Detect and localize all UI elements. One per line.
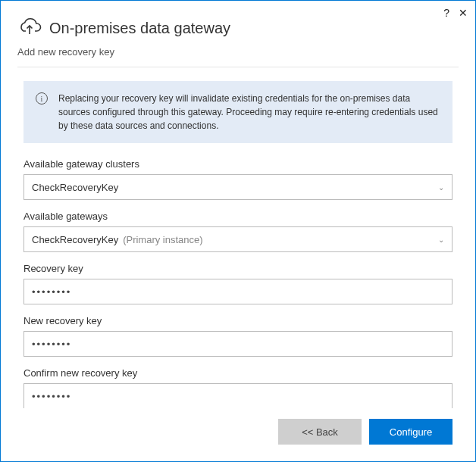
recovery-key-input[interactable]: ••••••••	[23, 279, 453, 304]
header-divider	[17, 67, 459, 67]
info-text: Replacing your recovery key will invalid…	[58, 92, 440, 133]
gateways-select[interactable]: CheckRecoveryKey (Primary instance) ⌄	[23, 226, 453, 252]
dialog-header: On-premises data gateway	[1, 1, 475, 46]
new-recovery-key-value: ••••••••	[32, 339, 71, 350]
configure-button[interactable]: Configure	[369, 419, 453, 445]
gateways-label: Available gateways	[23, 211, 453, 222]
clusters-value: CheckRecoveryKey	[32, 182, 118, 193]
cloud-gateway-icon	[17, 14, 42, 42]
window-controls: ? ✕	[443, 7, 468, 19]
recovery-key-value: ••••••••	[32, 286, 71, 298]
help-icon[interactable]: ?	[443, 7, 449, 19]
gateways-secondary: (Primary instance)	[123, 234, 202, 245]
info-callout: i Replacing your recovery key will inval…	[23, 81, 453, 143]
gateways-value: CheckRecoveryKey	[32, 234, 118, 245]
back-button[interactable]: << Back	[278, 419, 362, 445]
gateway-recovery-dialog: ? ✕ On-premises data gateway Add new rec…	[0, 0, 476, 462]
new-recovery-key-input[interactable]: ••••••••	[23, 331, 453, 357]
dialog-subtitle: Add new recovery key	[1, 46, 475, 67]
confirm-recovery-key-value: ••••••••	[32, 391, 71, 402]
recovery-label: Recovery key	[23, 263, 453, 274]
dialog-title: On-premises data gateway	[49, 20, 230, 37]
clusters-label: Available gateway clusters	[23, 158, 453, 170]
clusters-select[interactable]: CheckRecoveryKey ⌄	[23, 174, 453, 200]
new-recovery-label: New recovery key	[23, 315, 453, 326]
dialog-content: i Replacing your recovery key will inval…	[1, 81, 475, 408]
close-icon[interactable]: ✕	[459, 7, 468, 19]
chevron-down-icon: ⌄	[438, 236, 444, 244]
confirm-recovery-label: Confirm new recovery key	[23, 367, 453, 379]
dialog-footer: << Back Configure	[1, 408, 475, 461]
chevron-down-icon: ⌄	[438, 183, 444, 192]
info-icon: i	[36, 92, 48, 105]
confirm-recovery-key-input[interactable]: ••••••••	[23, 383, 453, 408]
